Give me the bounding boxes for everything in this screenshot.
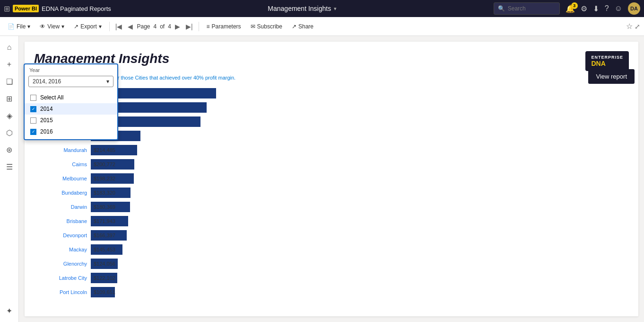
bar-track: $180,369 [91, 202, 624, 212]
year-2015-option[interactable]: 2015 [25, 115, 117, 126]
bar-label: Melbourne [39, 176, 91, 181]
favorite-button[interactable]: ☆ [626, 22, 633, 31]
chart-row: Glenorchy$124,056 [39, 259, 624, 269]
year-2016-option[interactable]: ✓ 2016 [25, 126, 117, 137]
select-all-option[interactable]: Select All [25, 92, 117, 103]
sidebar-item-metrics[interactable]: ◈ [2, 108, 17, 123]
bar-track: $145,453 [91, 244, 624, 255]
sidebar-item-browse[interactable]: ❑ [2, 74, 17, 89]
share-button[interactable]: ↗ Share [288, 21, 317, 32]
bar-value: $166,397 [94, 233, 115, 238]
sidebar-item-learn[interactable]: ⊛ [2, 142, 17, 157]
bar-track: $183,320 [91, 188, 624, 198]
toolbar: 📄 File ▾ 👁 View ▾ ↗ Export ▾ |◀ ◀ Page 4… [0, 17, 644, 36]
sidebar-item-workspaces[interactable]: ☰ [2, 159, 17, 174]
search-box[interactable]: 🔍 [494, 2, 560, 15]
view-label: View [47, 23, 60, 30]
page-label: Page [137, 23, 150, 30]
fullscreen-button[interactable]: ⤢ [635, 23, 640, 30]
year-2014-option[interactable]: ✓ 2014 [25, 103, 117, 115]
sidebar-item-data[interactable]: ⊞ [2, 91, 17, 106]
select-all-checkbox[interactable] [30, 95, 36, 101]
separator-2 [199, 22, 199, 31]
chart-row: Latrobe City$122,102 [39, 273, 624, 283]
year-2015-checkbox[interactable] [30, 117, 36, 124]
chart-row: Melbourne$198,232 [39, 173, 624, 184]
dropdown-options-list: Select All ✓ 2014 2015 ✓ 2016 [25, 90, 117, 139]
view-menu-button[interactable]: 👁 View ▾ [36, 21, 68, 32]
search-input[interactable] [508, 5, 555, 12]
search-icon: 🔍 [498, 5, 505, 12]
page-first-button[interactable]: |◀ [113, 22, 124, 31]
feedback-icon[interactable]: ☺ [615, 4, 622, 13]
report-header: Management Insights ENTERPRISE DNA [34, 51, 629, 71]
bar-label: Latrobe City [39, 275, 91, 281]
view-report-button[interactable]: View report [588, 69, 635, 84]
chart-container: Newcastle$604,374Port Macquarie$552,681G… [34, 88, 629, 297]
bar-track: $552,681 [91, 102, 624, 113]
bar-label: Darwin [39, 204, 91, 210]
year-select-display[interactable]: 2014, 2016 ▾ [28, 76, 113, 87]
settings-icon[interactable]: ⚙ [581, 4, 587, 13]
download-icon[interactable]: ⬇ [593, 4, 599, 13]
report-subtitle: Sales Profitability by City for 2016 for… [34, 75, 629, 80]
chart-row: Port Macquarie$552,681 [39, 102, 624, 113]
bar-value: $180,369 [94, 204, 115, 210]
parameters-button[interactable]: ≡ Parameters [203, 21, 245, 32]
year-2016-checkbox[interactable]: ✓ [30, 129, 36, 135]
bar-value: $145,453 [94, 247, 115, 252]
bar-label: Devonport [39, 233, 91, 238]
subscribe-button[interactable]: ✉ Subscribe [247, 21, 286, 32]
year-2014-checkbox[interactable]: ✓ [30, 106, 36, 112]
toolbar-right: ☆ ⤢ [626, 22, 640, 31]
sidebar-item-create[interactable]: + [2, 57, 17, 72]
chart-row: Mackay$145,453 [39, 244, 624, 255]
bar-fill: $214,485 [91, 145, 137, 155]
bar-track: $229,256 [91, 131, 624, 141]
bar-fill: $200,772 [91, 159, 134, 170]
chart-row: Bundaberg$183,320 [39, 188, 624, 198]
page-next-button[interactable]: ▶ [173, 22, 182, 31]
top-bar-right: 🔍 🔔 3 ⚙ ⬇ ? ☺ DA [494, 2, 640, 15]
bar-label: Glenorchy [39, 261, 91, 267]
share-label: Share [298, 23, 313, 30]
help-icon[interactable]: ? [605, 4, 609, 13]
waffle-icon[interactable]: ⊞ [4, 4, 10, 13]
notifications-button[interactable]: 🔔 3 [566, 4, 575, 13]
chart-row: Gosford$526,623 [39, 116, 624, 127]
bar-value: $183,320 [94, 190, 115, 196]
select-all-label: Select All [40, 94, 63, 101]
export-menu-button[interactable]: ↗ Export ▾ [70, 21, 105, 32]
bar-label: Brisbane [39, 218, 91, 224]
sidebar-item-settings[interactable]: ✦ [2, 303, 17, 318]
export-icon: ↗ [74, 23, 78, 30]
page-current: 4 [154, 23, 157, 30]
sidebar-item-apps[interactable]: ⬡ [2, 125, 17, 140]
bar-fill: $122,102 [91, 273, 117, 283]
of-label: of [160, 23, 165, 30]
year-2015-label: 2015 [40, 117, 53, 124]
main-layout: ⌂ + ❑ ⊞ ◈ ⬡ ⊛ ☰ ✦ Year 2014, 2016 ▾ [0, 36, 644, 322]
notification-badge: 3 [571, 2, 578, 9]
avatar[interactable]: DA [628, 2, 640, 15]
export-chevron-icon: ▾ [99, 23, 102, 30]
bar-label: Bundaberg [39, 190, 91, 196]
filter-year-label: Year [29, 67, 40, 73]
logo-enterprise-text: ENTERPRISE [591, 55, 623, 60]
page-prev-button[interactable]: ◀ [126, 22, 135, 31]
sidebar-item-home[interactable]: ⌂ [2, 40, 17, 55]
bar-fill: $145,453 [91, 244, 122, 255]
separator-1 [109, 22, 110, 31]
parameters-label: Parameters [212, 23, 241, 30]
bar-fill: $183,320 [91, 188, 131, 198]
file-menu-button[interactable]: 📄 File ▾ [4, 21, 34, 32]
parameters-icon: ≡ [207, 23, 210, 30]
page-last-button[interactable]: ▶| [184, 22, 195, 31]
report-title-bar: Management Insights ▾ [115, 5, 490, 12]
bar-value: $198,232 [94, 176, 115, 181]
chart-row: Mandurah$214,485 [39, 145, 624, 155]
bar-fill: $171,943 [91, 216, 128, 226]
chevron-down-icon[interactable]: ▾ [334, 6, 337, 12]
content-area: Year 2014, 2016 ▾ Select All ✓ 2014 [19, 36, 644, 322]
file-icon: 📄 [8, 23, 15, 30]
